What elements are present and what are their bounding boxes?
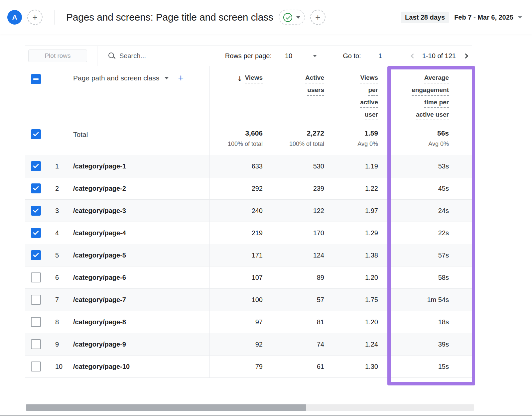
- row-checkbox[interactable]: [31, 228, 41, 238]
- table-row: 6 /category/page-6 107 89 1.20 58s: [25, 266, 472, 289]
- go-to-label: Go to:: [343, 52, 361, 60]
- row-checkbox[interactable]: [31, 295, 41, 305]
- date-range-value: Feb 7 - Mar 6, 2025: [454, 14, 513, 21]
- row-views-per-user: 1.30: [329, 363, 383, 370]
- total-label: Total: [65, 129, 209, 139]
- row-index: 2: [48, 185, 65, 192]
- row-engagement: 45s: [383, 185, 472, 192]
- row-views-per-user: 1.24: [329, 341, 383, 348]
- row-checkbox[interactable]: [31, 206, 41, 216]
- row-engagement: 15s: [383, 363, 472, 370]
- select-all-checkbox[interactable]: [31, 74, 41, 84]
- table-row: 1 /category/page-1 633 530 1.19 53s: [25, 155, 472, 177]
- row-active-users: 239: [268, 185, 329, 192]
- total-active-users-sub: 100% of total: [268, 141, 324, 148]
- row-views-per-user: 1.22: [329, 185, 383, 192]
- date-range-selector[interactable]: Last 28 days Feb 7 - Mar 6, 2025: [401, 12, 522, 23]
- pagination-range: 1-10 of 121: [422, 52, 456, 60]
- chevron-down-icon: [165, 77, 169, 79]
- row-views-per-user: 1.20: [329, 318, 383, 326]
- search-input[interactable]: [119, 52, 193, 60]
- data-quality-badge[interactable]: [279, 10, 305, 25]
- row-active-users: 57: [268, 296, 329, 304]
- header-divider: [55, 10, 55, 25]
- column-divider: [209, 66, 210, 378]
- scrollbar-thumb[interactable]: [26, 404, 306, 411]
- row-index: 8: [48, 318, 65, 326]
- row-page-path: /category/page-5: [65, 252, 209, 259]
- row-index: 6: [48, 274, 65, 281]
- row-checkbox[interactable]: [31, 272, 41, 282]
- row-page-path: /category/page-1: [65, 162, 209, 170]
- date-range-preset: Last 28 days: [401, 12, 449, 23]
- rows-per-page-label: Rows per page:: [225, 52, 272, 60]
- row-index: 4: [48, 229, 65, 237]
- table-header: Page path and screen class + ↓ Views Act…: [25, 66, 472, 123]
- total-engagement: 56s: [383, 129, 449, 137]
- add-comparison-button[interactable]: +: [27, 10, 43, 25]
- row-engagement: 57s: [383, 252, 472, 259]
- add-segment-button[interactable]: +: [310, 10, 326, 25]
- row-active-users: 122: [268, 207, 329, 215]
- plus-icon: +: [32, 12, 37, 23]
- total-checkbox[interactable]: [31, 129, 41, 139]
- row-active-users: 81: [268, 318, 329, 326]
- row-views: 92: [209, 341, 268, 348]
- row-views: 100: [209, 296, 268, 304]
- column-header-active-users[interactable]: Active users: [268, 74, 329, 99]
- add-dimension-icon[interactable]: +: [178, 74, 184, 82]
- column-header-views[interactable]: ↓ Views: [209, 74, 268, 86]
- search-icon: [108, 52, 115, 59]
- row-views: 219: [209, 229, 268, 237]
- dimension-header-dropdown[interactable]: Page path and screen class +: [65, 74, 209, 82]
- row-checkbox[interactable]: [31, 161, 41, 171]
- row-views-per-user: 1.97: [329, 207, 383, 215]
- previous-page-icon[interactable]: [411, 53, 416, 58]
- row-index: 3: [48, 207, 65, 215]
- go-to-input[interactable]: 1: [378, 52, 382, 60]
- row-checkbox[interactable]: [31, 317, 41, 327]
- column-header-views-per-active-user[interactable]: Views per active user: [329, 74, 383, 123]
- dimension-header-label: Page path and screen class: [73, 74, 159, 82]
- row-views: 97: [209, 318, 268, 326]
- row-views: 171: [209, 252, 268, 259]
- table-row: 5 /category/page-5 171 124 1.38 57s: [25, 244, 472, 266]
- table-row: 10 /category/page-10 79 61 1.30 15s: [25, 356, 472, 378]
- total-views-per-user-sub: Avg 0%: [329, 141, 378, 148]
- table-row: 7 /category/page-7 100 57 1.75 1m 54s: [25, 289, 472, 311]
- data-quality-check-icon: [283, 13, 292, 22]
- row-engagement: 18s: [383, 318, 472, 326]
- row-index: 5: [48, 252, 65, 259]
- horizontal-scrollbar[interactable]: [26, 404, 474, 411]
- row-views-per-user: 1.29: [329, 229, 383, 237]
- table-row: 2 /category/page-2 292 239 1.22 45s: [25, 177, 472, 200]
- row-index: 1: [48, 162, 65, 170]
- row-page-path: /category/page-10: [65, 363, 209, 370]
- total-active-users: 2,272: [268, 129, 324, 137]
- column-header-avg-engagement-time[interactable]: Average engagement time per active user: [383, 74, 472, 123]
- chevron-down-icon: [518, 16, 522, 19]
- row-active-users: 530: [268, 162, 329, 170]
- row-engagement: 24s: [383, 207, 472, 215]
- row-views-per-user: 1.20: [329, 274, 383, 281]
- row-views: 240: [209, 207, 268, 215]
- row-checkbox[interactable]: [31, 339, 41, 349]
- row-index: 9: [48, 341, 65, 348]
- next-page-icon[interactable]: [463, 53, 468, 58]
- row-checkbox[interactable]: [31, 183, 41, 193]
- total-engagement-sub: Avg 0%: [383, 141, 449, 148]
- total-views: 3,606: [209, 129, 263, 137]
- table-row: 3 /category/page-3 240 122 1.97 24s: [25, 200, 472, 222]
- row-engagement: 58s: [383, 274, 472, 281]
- row-views-per-user: 1.75: [329, 296, 383, 304]
- row-active-users: 61: [268, 363, 329, 370]
- table-row: 9 /category/page-9 92 74 1.24 39s: [25, 333, 472, 356]
- rows-per-page-select[interactable]: 10: [285, 52, 317, 60]
- plot-rows-button[interactable]: Plot rows: [28, 50, 87, 62]
- row-checkbox[interactable]: [31, 362, 41, 371]
- row-active-users: 74: [268, 341, 329, 348]
- plus-icon: +: [315, 12, 320, 23]
- avatar[interactable]: A: [7, 10, 22, 25]
- rows-per-page-value: 10: [285, 52, 292, 60]
- row-checkbox[interactable]: [31, 250, 41, 260]
